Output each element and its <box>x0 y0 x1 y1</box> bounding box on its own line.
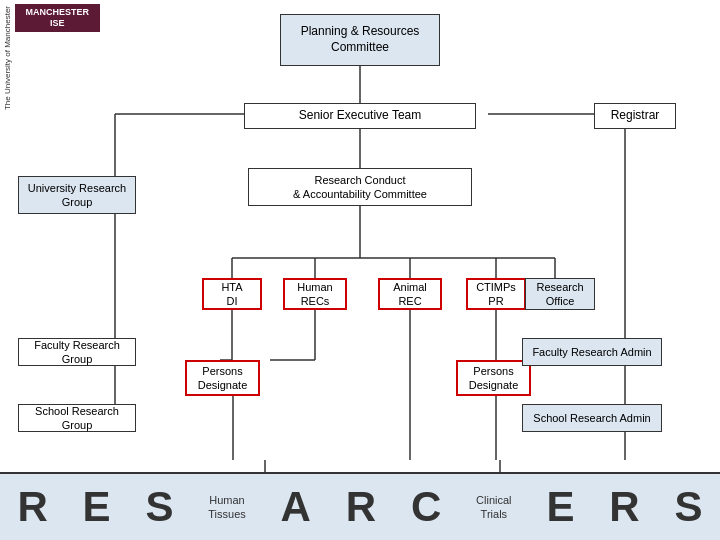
letter-R1: R <box>17 483 47 531</box>
logo-area: The University of Manchester MANCHESTER … <box>0 0 130 95</box>
clinical-trials-label: Clinical Trials <box>476 493 511 522</box>
faculty-research-group: Faculty Research Group <box>18 338 136 366</box>
letter-S1: S <box>145 483 173 531</box>
research-conduct-committee: Research Conduct & Accountability Commit… <box>248 168 472 206</box>
letter-E2: E <box>546 483 574 531</box>
manchester-logo: MANCHESTER ISE <box>15 4 100 32</box>
letter-S2: S <box>674 483 702 531</box>
researchers-bar: R E S Human Tissues A R C Clinical Trial… <box>0 472 720 540</box>
letter-C: C <box>411 483 441 531</box>
research-office: Research Office <box>525 278 595 310</box>
school-research-admin: School Research Admin <box>522 404 662 432</box>
planning-resources-committee: Planning & Resources Committee <box>280 14 440 66</box>
university-research-group: University Research Group <box>18 176 136 214</box>
animal-rec: Animal REC <box>378 278 442 310</box>
hta-di: HTA DI <box>202 278 262 310</box>
letter-E1: E <box>83 483 111 531</box>
faculty-research-admin: Faculty Research Admin <box>522 338 662 366</box>
persons-designate-left: Persons Designate <box>185 360 260 396</box>
letter-R3: R <box>609 483 639 531</box>
registrar: Registrar <box>594 103 676 129</box>
persons-designate-right: Persons Designate <box>456 360 531 396</box>
human-tissues-label: Human Tissues <box>208 493 246 522</box>
university-text: The University of Manchester <box>4 6 13 110</box>
letter-A: A <box>281 483 311 531</box>
human-recs: Human RECs <box>283 278 347 310</box>
letter-R2: R <box>346 483 376 531</box>
senior-executive-team: Senior Executive Team <box>244 103 476 129</box>
school-research-group: School Research Group <box>18 404 136 432</box>
ctimps-pr: CTIMPs PR <box>466 278 526 310</box>
